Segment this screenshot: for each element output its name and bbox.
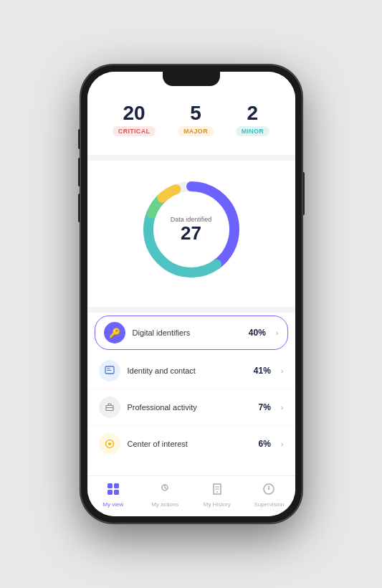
svg-rect-11: [108, 483, 113, 488]
severity-row: 20 CRITICAL 5 MAJOR 2 MINOR: [102, 103, 281, 136]
mute-button: [78, 129, 80, 149]
critical-badge: CRITICAL: [113, 126, 156, 136]
professional-arrow: ›: [281, 403, 284, 412]
severity-major[interactable]: 5 MAJOR: [178, 103, 214, 136]
severity-card: 20 CRITICAL 5 MAJOR 2 MINOR: [87, 92, 295, 155]
digital-percent: 40%: [249, 328, 266, 338]
list-item-interest[interactable]: Center of interest 6% ›: [87, 426, 295, 462]
donut-chart: Data identified 27: [134, 172, 249, 287]
my-history-label: My History: [204, 501, 231, 508]
severity-minor[interactable]: 2 MINOR: [236, 103, 270, 136]
minor-count: 2: [247, 103, 259, 123]
nav-supervision[interactable]: Supervision: [243, 482, 295, 508]
list-item-identity[interactable]: Identity and contact 41% ›: [87, 353, 295, 389]
list-item-professional[interactable]: Professional activity 7% ›: [87, 389, 295, 426]
chart-section: Data identified 27: [87, 161, 295, 307]
professional-icon: [99, 397, 120, 418]
major-badge: MAJOR: [178, 126, 214, 136]
svg-rect-13: [108, 490, 113, 495]
donut-value: 27: [171, 223, 212, 244]
interest-percent: 6%: [258, 439, 270, 449]
list-item-digital[interactable]: 🔑 Digital identifiers 40% ›: [95, 316, 288, 350]
minor-badge: MINOR: [236, 126, 270, 136]
identity-percent: 41%: [254, 366, 271, 376]
nav-my-actions[interactable]: My actions: [139, 482, 191, 508]
data-list: 🔑 Digital identifiers 40% › Identity a: [87, 313, 295, 475]
identity-icon: [99, 360, 120, 381]
notch: [163, 72, 220, 86]
nav-my-view[interactable]: My view: [87, 482, 140, 508]
bottom-nav: My view My actions: [87, 475, 295, 516]
volume-down-button: [78, 194, 80, 222]
supervision-label: Supervision: [254, 501, 284, 508]
identity-arrow: ›: [281, 366, 284, 375]
svg-rect-12: [114, 483, 119, 488]
digital-arrow: ›: [276, 328, 279, 337]
my-view-icon: [106, 482, 120, 500]
my-history-icon: [210, 482, 224, 500]
my-actions-label: My actions: [151, 501, 178, 508]
digital-label: Digital identifiers: [133, 328, 242, 337]
volume-up-button: [78, 158, 80, 186]
phone-frame: 20 CRITICAL 5 MAJOR 2 MINOR: [80, 65, 302, 523]
major-count: 5: [190, 103, 201, 123]
supervision-icon: [262, 482, 276, 500]
severity-critical[interactable]: 20 CRITICAL: [113, 103, 156, 136]
screen-content: 20 CRITICAL 5 MAJOR 2 MINOR: [87, 72, 295, 516]
my-view-label: My view: [102, 501, 123, 508]
phone-screen: 20 CRITICAL 5 MAJOR 2 MINOR: [87, 72, 295, 516]
digital-icon: 🔑: [104, 322, 125, 343]
svg-rect-14: [114, 490, 119, 495]
nav-my-history[interactable]: My History: [191, 482, 244, 508]
my-actions-icon: [158, 482, 172, 500]
interest-arrow: ›: [281, 440, 284, 448]
professional-percent: 7%: [258, 402, 270, 412]
interest-label: Center of interest: [128, 440, 252, 448]
professional-label: Professional activity: [128, 403, 252, 412]
identity-label: Identity and contact: [128, 366, 247, 375]
svg-point-20: [268, 488, 269, 490]
power-button: [302, 172, 305, 215]
critical-count: 20: [123, 103, 145, 123]
interest-icon: [99, 433, 120, 455]
donut-center: Data identified 27: [171, 216, 212, 244]
